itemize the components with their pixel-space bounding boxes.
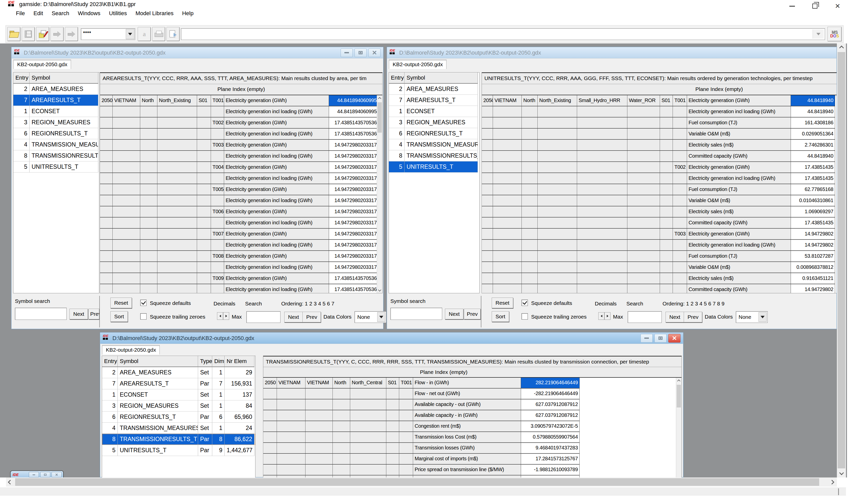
- grid-key-cell[interactable]: [660, 284, 673, 293]
- grid-key-cell[interactable]: [113, 195, 140, 206]
- grid-measure-cell[interactable]: Congestion rent (m$): [413, 421, 521, 432]
- grid-key-cell[interactable]: [493, 229, 522, 240]
- grid-key-cell[interactable]: [386, 475, 399, 478]
- scroll-down-icon[interactable]: [377, 287, 382, 293]
- list-cell[interactable]: REGIONRESULTS_T: [30, 128, 98, 139]
- symbol-row[interactable]: 8TRANSMISSIONRESULTS_TPar886,622: [102, 434, 255, 445]
- symbol-row[interactable]: 7AREARESULTS_TPar7156,931: [102, 378, 255, 389]
- scroll-left-icon[interactable]: [6, 478, 14, 487]
- grid-key-cell[interactable]: [113, 140, 140, 151]
- symbol-row[interactable]: 1ECONSETSet1137: [102, 389, 255, 400]
- grid-key-cell[interactable]: [113, 106, 140, 118]
- list-cell[interactable]: 4: [389, 139, 404, 150]
- grid-key-cell[interactable]: [211, 262, 224, 273]
- list-cell[interactable]: REGION_MEASURES: [30, 117, 98, 128]
- grid-key-cell[interactable]: [482, 195, 493, 206]
- symbol-row[interactable]: 5UNITRESULTS_T: [389, 161, 479, 173]
- grid-key-cell[interactable]: [100, 106, 113, 118]
- restore-button[interactable]: [355, 49, 367, 57]
- menu-item-windows[interactable]: Windows: [74, 10, 105, 17]
- grid-key-cell[interactable]: [100, 173, 113, 184]
- grid-key-cell[interactable]: [158, 262, 197, 273]
- grid-value-cell[interactable]: 17.4385143570536: [329, 284, 377, 293]
- grid-key-cell[interactable]: [577, 195, 627, 206]
- grid-measure-cell[interactable]: Variable O&M (m$): [687, 195, 791, 206]
- grid-measure-cell[interactable]: Electricity generation incl loading (GWh…: [224, 262, 329, 273]
- grid-key-cell[interactable]: [627, 251, 660, 262]
- symbol-next-button[interactable]: Next: [70, 309, 88, 319]
- list-cell[interactable]: 156,931: [224, 378, 254, 389]
- list-cell[interactable]: 3: [13, 117, 30, 128]
- symbol-row[interactable]: 8TRANSMISSIONRESULTS_T: [389, 150, 479, 161]
- grid-measure-cell[interactable]: Electricity generation (GWh): [224, 162, 329, 173]
- grid-key-cell[interactable]: [386, 432, 399, 443]
- grid-key-cell[interactable]: [333, 389, 350, 399]
- grid-key-cell[interactable]: [627, 162, 660, 173]
- grid-key-cell[interactable]: [113, 262, 140, 273]
- grid-measure-cell[interactable]: Electricity generation incl loading (GWh…: [687, 240, 791, 251]
- symbol-row[interactable]: 5UNITRESULTS_T: [13, 161, 99, 173]
- minimized-gdx-window[interactable]: IDE ✕: [10, 470, 64, 478]
- grid-key-cell[interactable]: North_Existing: [158, 95, 197, 106]
- grid-key-cell[interactable]: VIETNAM: [306, 378, 333, 389]
- grid-key-cell[interactable]: [673, 206, 687, 217]
- list-cell[interactable]: 8: [13, 150, 30, 161]
- grid-key-cell[interactable]: [493, 195, 522, 206]
- grid-value-cell[interactable]: 44.8418940: [791, 151, 835, 162]
- grid-key-cell[interactable]: [493, 217, 522, 229]
- grid-key-cell[interactable]: [158, 118, 197, 129]
- grid-value-cell[interactable]: 44.841894060995: [329, 95, 377, 106]
- grid-key-cell[interactable]: [673, 284, 687, 293]
- file-tab[interactable]: KB2-output-2050.gdx: [13, 60, 71, 69]
- grid-key-cell[interactable]: [673, 273, 687, 284]
- search-prev-button[interactable]: Prev: [684, 312, 702, 322]
- grid-key-cell[interactable]: [350, 475, 386, 478]
- grid-measure-cell[interactable]: Variable O&M (m$): [687, 129, 791, 140]
- table-vertical-scrollbar[interactable]: [377, 95, 382, 293]
- grid-key-cell[interactable]: [673, 251, 687, 262]
- grid-key-cell[interactable]: [493, 284, 522, 293]
- grid-key-cell[interactable]: [538, 118, 577, 129]
- list-cell[interactable]: Set: [198, 400, 212, 412]
- grid-measure-cell[interactable]: Electricity generation (GWh): [224, 184, 329, 195]
- grid-measure-cell[interactable]: Electricity generation incl loading (GWh…: [224, 284, 329, 293]
- grid-key-cell[interactable]: [538, 162, 577, 173]
- grid-key-cell[interactable]: [140, 251, 158, 262]
- symbol-row[interactable]: 6REGIONRESULTS_TPar665,960: [102, 412, 255, 422]
- grid-key-cell[interactable]: T003: [673, 229, 687, 240]
- list-cell[interactable]: UNITRESULTS_T: [30, 161, 98, 173]
- grid-value-cell[interactable]: 44.8418940: [791, 95, 835, 106]
- grid-key-cell[interactable]: [158, 173, 197, 184]
- symbol-row[interactable]: 1ECONSET: [13, 106, 99, 117]
- list-cell[interactable]: 1: [13, 106, 30, 117]
- symbol-row[interactable]: 3REGION_MEASURESSet184: [102, 400, 255, 412]
- grid-key-cell[interactable]: [306, 389, 333, 399]
- grid-key-cell[interactable]: [350, 443, 386, 454]
- search-input[interactable]: [628, 311, 662, 323]
- symbol-prev-button[interactable]: Prev: [88, 309, 99, 319]
- grid-value-cell[interactable]: 14.9472980203317: [329, 217, 377, 229]
- grid-key-cell[interactable]: [113, 184, 140, 195]
- grid-key-cell[interactable]: [522, 140, 538, 151]
- grid-key-cell[interactable]: [211, 195, 224, 206]
- grid-key-cell[interactable]: [140, 229, 158, 240]
- grid-key-cell[interactable]: [660, 140, 673, 151]
- grid-key-cell[interactable]: [333, 465, 350, 475]
- grid-key-cell[interactable]: [113, 229, 140, 240]
- grid-key-cell[interactable]: [140, 217, 158, 229]
- grid-key-cell[interactable]: Small_Hydro_HRR: [577, 95, 627, 106]
- grid-key-cell[interactable]: [522, 129, 538, 140]
- grid-key-cell[interactable]: [140, 273, 158, 284]
- grid-key-cell[interactable]: [482, 151, 493, 162]
- minimize-button[interactable]: [341, 49, 353, 57]
- grid-value-cell[interactable]: 17.4385143570536: [329, 118, 377, 129]
- grid-key-cell[interactable]: [263, 432, 277, 443]
- grid-key-cell[interactable]: T002: [211, 118, 224, 129]
- grid-key-cell[interactable]: [522, 284, 538, 293]
- grid-key-cell[interactable]: [522, 184, 538, 195]
- symbol-row[interactable]: 6REGIONRESULTS_T: [389, 128, 479, 139]
- grid-key-cell[interactable]: North: [522, 95, 538, 106]
- symbol-row[interactable]: 8TRANSMISSIONRESULTS_T: [13, 150, 99, 161]
- list-cell[interactable]: Par: [198, 412, 212, 422]
- list-cell[interactable]: TRANSMISSIONRESULTS_T: [118, 434, 198, 445]
